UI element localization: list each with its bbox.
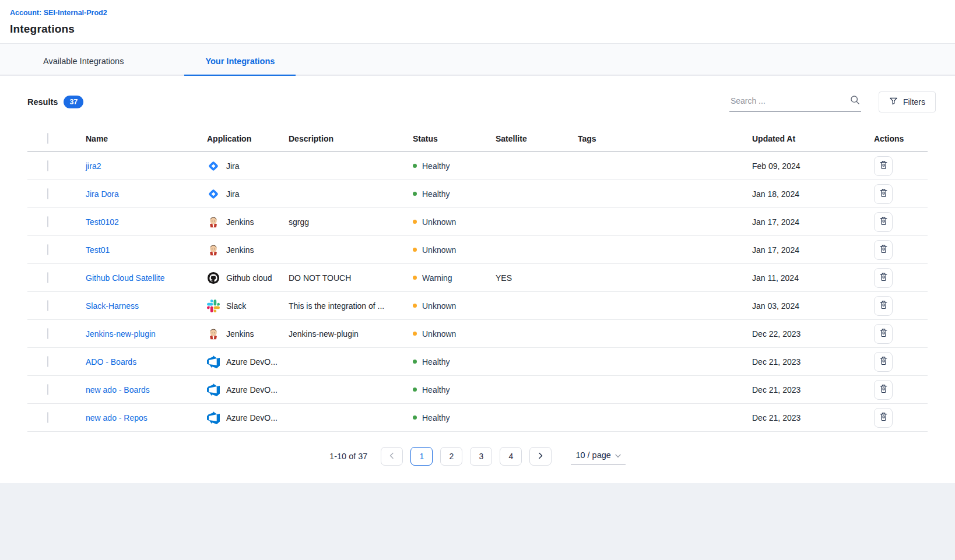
delete-button[interactable]: [874, 184, 893, 204]
application-label: Github cloud: [226, 273, 272, 283]
integration-name-link[interactable]: Slack-Harness: [86, 301, 139, 311]
integrations-table: Name Application Description Status Sate…: [19, 126, 936, 432]
tab-bar: Available Integrations Your Integrations: [0, 44, 955, 76]
integration-name-link[interactable]: Test01: [86, 245, 110, 255]
tab-your-integrations[interactable]: Your Integrations: [199, 57, 280, 75]
table-row: Slack-Harness Slack This is the integrat…: [27, 292, 928, 320]
description-text: Jenkins-new-plugin: [289, 329, 413, 339]
description-text: sgrgg: [289, 217, 413, 227]
status-dot-icon: [413, 192, 417, 196]
column-header-tags: Tags: [578, 134, 752, 143]
page-size-select[interactable]: 10 / page: [571, 448, 625, 465]
satellite-value: YES: [496, 273, 578, 283]
status-label: Unknown: [422, 217, 456, 227]
pagination-range-label: 1-10 of 37: [329, 452, 367, 461]
application-label: Azure DevO...: [226, 413, 278, 422]
application-label: Jira: [226, 161, 240, 171]
tab-available-integrations[interactable]: Available Integrations: [37, 57, 129, 75]
table-row: ADO - Boards Azure DevO... Healthy Dec 2…: [27, 348, 928, 376]
status-dot-icon: [413, 304, 417, 308]
updated-at-value: Dec 21, 2023: [752, 385, 874, 395]
page-button-2[interactable]: 2: [440, 447, 462, 466]
status-label: Warning: [422, 273, 452, 283]
top-header: Account: SEI-Internal-Prod2 Integrations: [0, 0, 955, 44]
row-checkbox[interactable]: [47, 412, 48, 423]
row-checkbox[interactable]: [47, 300, 48, 311]
row-checkbox[interactable]: [47, 356, 48, 367]
delete-button[interactable]: [874, 268, 893, 288]
description-text: DO NOT TOUCH: [289, 273, 413, 283]
integration-name-link[interactable]: new ado - Repos: [86, 413, 148, 422]
delete-button[interactable]: [874, 212, 893, 232]
azure-devops-icon: [207, 383, 220, 396]
description-text: This is the integration of ...: [289, 301, 413, 311]
application-label: Jenkins: [226, 329, 254, 339]
table-row: Github Cloud Satellite Github cloud DO N…: [27, 264, 928, 292]
status-dot-icon: [413, 415, 417, 420]
results-label: Results: [27, 97, 58, 107]
status-indicator: Healthy: [413, 189, 496, 199]
integration-name-link[interactable]: Test0102: [86, 217, 119, 227]
integration-name-link[interactable]: ADO - Boards: [86, 357, 136, 367]
status-indicator: Healthy: [413, 413, 496, 422]
page-button-1[interactable]: 1: [410, 447, 433, 466]
application-label: Jenkins: [226, 217, 254, 227]
status-dot-icon: [413, 164, 417, 168]
chevron-right-icon: [538, 452, 543, 461]
status-indicator: Warning: [413, 273, 496, 283]
row-checkbox[interactable]: [47, 188, 48, 199]
previous-page-button[interactable]: [381, 447, 403, 466]
trash-icon: [879, 160, 888, 171]
row-checkbox[interactable]: [47, 384, 48, 395]
integration-name-link[interactable]: Github Cloud Satellite: [86, 273, 164, 283]
delete-button[interactable]: [874, 408, 893, 428]
delete-button[interactable]: [874, 380, 893, 400]
application-label: Azure DevO...: [226, 385, 278, 395]
trash-icon: [879, 384, 888, 395]
delete-button[interactable]: [874, 324, 893, 344]
toolbar-right: Filters: [729, 91, 936, 112]
updated-at-value: Jan 11, 2024: [752, 273, 874, 283]
filters-button[interactable]: Filters: [879, 91, 936, 112]
status-label: Healthy: [422, 161, 450, 171]
delete-button[interactable]: [874, 352, 893, 372]
integration-name-link[interactable]: new ado - Boards: [86, 385, 150, 395]
trash-icon: [879, 244, 888, 255]
updated-at-value: Jan 03, 2024: [752, 301, 874, 311]
updated-at-value: Dec 22, 2023: [752, 329, 874, 339]
jenkins-icon: [207, 216, 220, 228]
column-header-application: Application: [207, 134, 289, 143]
integration-name-link[interactable]: Jira Dora: [86, 189, 119, 199]
next-page-button[interactable]: [529, 447, 552, 466]
account-link[interactable]: Account: SEI-Internal-Prod2: [10, 9, 107, 17]
row-checkbox[interactable]: [47, 328, 48, 339]
page-button-4[interactable]: 4: [500, 447, 522, 466]
row-checkbox[interactable]: [47, 160, 48, 171]
table-row: new ado - Repos Azure DevO... Healthy De…: [27, 404, 928, 432]
integration-name-link[interactable]: jira2: [86, 161, 101, 171]
delete-button[interactable]: [874, 156, 893, 176]
row-checkbox[interactable]: [47, 216, 48, 227]
updated-at-value: Jan 17, 2024: [752, 245, 874, 255]
select-all-checkbox[interactable]: [47, 133, 48, 144]
row-checkbox[interactable]: [47, 244, 48, 255]
column-header-description: Description: [289, 134, 413, 143]
github-icon: [207, 272, 220, 284]
delete-button[interactable]: [874, 296, 893, 316]
updated-at-value: Feb 09, 2024: [752, 161, 874, 171]
azure-devops-icon: [207, 411, 220, 424]
status-label: Healthy: [422, 189, 450, 199]
row-checkbox[interactable]: [47, 272, 48, 283]
search-input[interactable]: [731, 96, 850, 105]
trash-icon: [879, 272, 888, 283]
status-indicator: Unknown: [413, 245, 496, 255]
integration-name-link[interactable]: Jenkins-new-plugin: [86, 329, 156, 339]
updated-at-value: Dec 21, 2023: [752, 357, 874, 367]
application-label: Slack: [226, 301, 246, 311]
status-dot-icon: [413, 360, 417, 364]
page-button-3[interactable]: 3: [470, 447, 492, 466]
trash-icon: [879, 188, 888, 199]
trash-icon: [879, 328, 888, 339]
updated-at-value: Jan 18, 2024: [752, 189, 874, 199]
delete-button[interactable]: [874, 240, 893, 260]
